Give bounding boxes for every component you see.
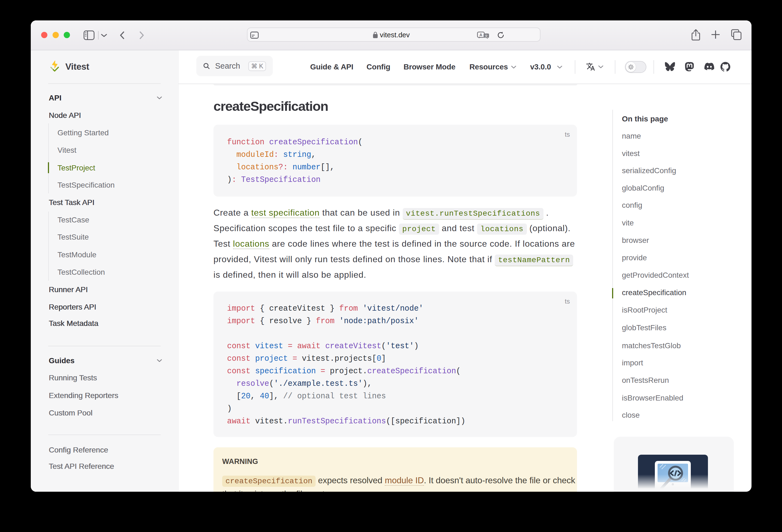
svg-text:A: A <box>479 33 482 37</box>
svg-text:文: 文 <box>485 34 488 38</box>
